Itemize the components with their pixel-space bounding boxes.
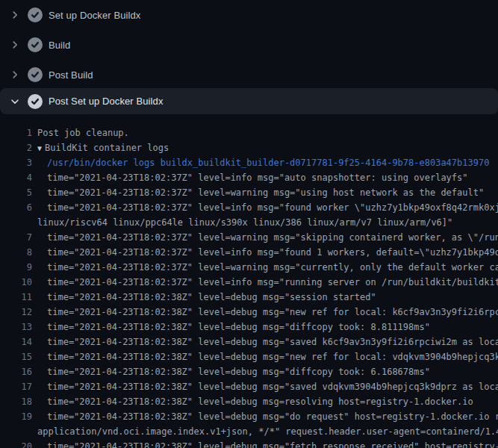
line-number[interactable]: 18 [0, 394, 32, 409]
line-number[interactable]: 1 [0, 125, 32, 140]
log-text: time="2021-04-23T18:02:37Z" level=warnin… [47, 262, 498, 273]
log-line: 4time="2021-04-23T18:02:37Z" level=info … [0, 170, 498, 185]
log-text: time="2021-04-23T18:02:38Z" level=debug … [47, 337, 498, 347]
step-label: Set up Docker Buildx [49, 10, 140, 21]
log-line: 7time="2021-04-23T18:02:37Z" level=warni… [0, 230, 498, 245]
log-text: time="2021-04-23T18:02:38Z" level=debug … [47, 322, 430, 332]
log-text: time="2021-04-23T18:02:38Z" level=debug … [47, 352, 498, 362]
log-text: time="2021-04-23T18:02:37Z" level=warnin… [47, 232, 498, 243]
step-label: Post Build [49, 69, 93, 81]
line-number[interactable]: 10 [0, 275, 32, 290]
log-text: time="2021-04-23T18:02:38Z" level=debug … [47, 382, 498, 392]
log-text: time="2021-04-23T18:02:38Z" level=debug … [47, 396, 473, 407]
log-text: time="2021-04-23T18:02:38Z" level=debug … [47, 411, 498, 422]
chevron-right-icon [9, 39, 21, 51]
line-number[interactable]: 15 [0, 349, 32, 364]
log-line: 17time="2021-04-23T18:02:38Z" level=debu… [0, 379, 498, 394]
log-line: 19time="2021-04-23T18:02:38Z" level=debu… [0, 409, 498, 424]
log-line: 11time="2021-04-23T18:02:38Z" level=debu… [0, 290, 498, 305]
log-line: 12time="2021-04-23T18:02:38Z" level=debu… [0, 305, 498, 320]
step-label: Post Set up Docker Buildx [49, 96, 164, 107]
log-line: 3/usr/bin/docker logs buildx_buildkit_bu… [0, 155, 498, 170]
line-number[interactable]: 2 [0, 140, 32, 155]
check-circle-icon [28, 94, 43, 109]
log-line: 6time="2021-04-23T18:02:37Z" level=info … [0, 200, 498, 215]
log-text: time="2021-04-23T18:02:37Z" level=info m… [47, 277, 498, 287]
chevron-down-icon [9, 96, 21, 108]
log-line: 8time="2021-04-23T18:02:37Z" level=info … [0, 245, 498, 260]
line-number[interactable]: 13 [0, 320, 32, 335]
log-viewer: 1Post job cleanup.2▼BuildKit container l… [0, 114, 498, 448]
line-number[interactable]: 14 [0, 335, 32, 349]
line-number[interactable]: 19 [0, 409, 32, 424]
log-text: time="2021-04-23T18:02:37Z" level=warnin… [47, 187, 484, 198]
log-text: time="2021-04-23T18:02:38Z" level=debug … [47, 367, 430, 377]
log-text: BuildKit container logs [45, 143, 169, 153]
line-number[interactable]: 8 [0, 245, 32, 260]
log-text: application/vnd.oci.image.index.v1+json,… [37, 426, 498, 437]
log-command-text: /usr/bin/docker logs buildx_buildkit_bui… [47, 158, 489, 168]
log-line: 14time="2021-04-23T18:02:38Z" level=debu… [0, 335, 498, 349]
log-line: 1Post job cleanup. [0, 125, 498, 140]
chevron-right-icon [9, 69, 21, 81]
log-text: time="2021-04-23T18:02:37Z" level=info m… [47, 202, 498, 213]
step-row-post-set-up-docker-buildx[interactable]: Post Set up Docker Buildx [0, 88, 498, 114]
line-number[interactable]: 6 [0, 200, 32, 215]
log-text: time="2021-04-23T18:02:37Z" level=info m… [47, 172, 468, 183]
check-circle-icon [28, 67, 43, 82]
step-list: Set up Docker BuildxBuildPost BuildPost … [0, 0, 498, 114]
log-line: 10time="2021-04-23T18:02:37Z" level=info… [0, 275, 498, 290]
line-number[interactable]: 11 [0, 290, 32, 305]
log-text: time="2021-04-23T18:02:37Z" level=info m… [47, 247, 498, 258]
line-number[interactable]: 5 [0, 185, 32, 200]
line-number[interactable]: 9 [0, 260, 32, 275]
log-line: 20time="2021-04-23T18:02:38Z" level=debu… [0, 439, 498, 448]
line-number[interactable]: 4 [0, 170, 32, 185]
step-label: Build [49, 40, 70, 51]
log-text: linux/riscv64 linux/ppc64le linux/s390x … [37, 217, 452, 228]
log-group-toggle-icon[interactable]: ▼ [37, 144, 42, 152]
log-line: 9time="2021-04-23T18:02:37Z" level=warni… [0, 260, 498, 275]
line-number[interactable]: 7 [0, 230, 32, 245]
check-circle-icon [28, 7, 43, 22]
chevron-right-icon [9, 9, 21, 21]
line-number[interactable]: 12 [0, 305, 32, 320]
log-line: 2▼BuildKit container logs [0, 140, 498, 155]
step-row-build[interactable]: Build [0, 30, 498, 60]
line-number[interactable]: 16 [0, 364, 32, 379]
line-number[interactable]: 3 [0, 155, 32, 170]
check-circle-icon [28, 37, 43, 52]
log-text: Post job cleanup. [37, 128, 129, 138]
log-line: 13time="2021-04-23T18:02:38Z" level=debu… [0, 320, 498, 335]
log-line: 15time="2021-04-23T18:02:38Z" level=debu… [0, 349, 498, 364]
log-line: 18time="2021-04-23T18:02:38Z" level=debu… [0, 394, 498, 409]
log-text: time="2021-04-23T18:02:38Z" level=debug … [47, 307, 498, 317]
line-number[interactable]: 17 [0, 379, 32, 394]
log-text: time="2021-04-23T18:02:38Z" level=debug … [47, 292, 376, 302]
log-line: 16time="2021-04-23T18:02:38Z" level=debu… [0, 364, 498, 379]
log-line-continuation: linux/riscv64 linux/ppc64le linux/s390x … [0, 215, 498, 230]
step-row-post-build[interactable]: Post Build [0, 60, 498, 90]
log-line: 5time="2021-04-23T18:02:37Z" level=warni… [0, 185, 498, 200]
line-number[interactable]: 20 [0, 439, 32, 448]
log-line-continuation: application/vnd.oci.image.index.v1+json,… [0, 424, 498, 439]
step-row-set-up-docker-buildx[interactable]: Set up Docker Buildx [0, 0, 498, 30]
log-text: time="2021-04-23T18:02:38Z" level=debug … [47, 441, 498, 448]
